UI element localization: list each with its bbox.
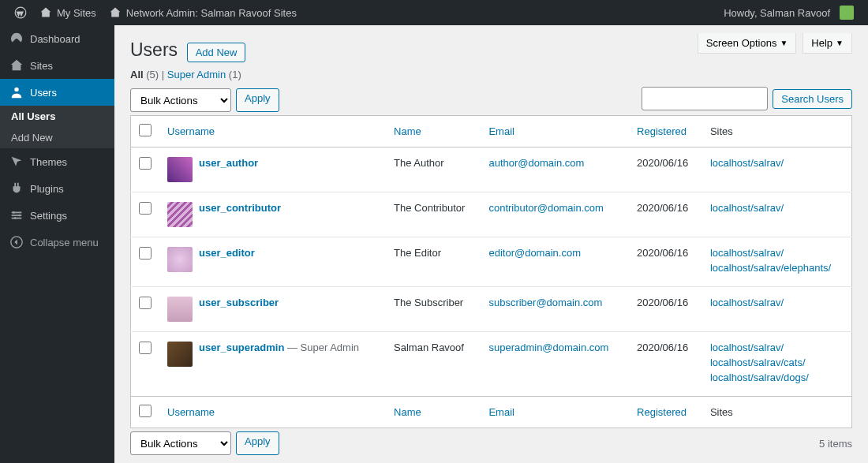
avatar [840,6,854,20]
sidebar-item-dashboard[interactable]: Dashboard [0,25,114,52]
col-name[interactable]: Name [394,406,421,418]
name-cell: Salman Ravoof [386,332,481,397]
howdy-label: Howdy, Salman Ravoof [724,7,830,19]
svg-point-6 [18,215,21,217]
email-link[interactable]: contributor@domain.com [488,202,603,214]
registered-cell: 2020/06/16 [629,287,702,332]
sidebar-item-plugins[interactable]: Plugins [0,175,114,202]
dashboard-icon [9,32,24,46]
admin-sidebar: Dashboard Sites Users All Users Add New … [0,25,114,463]
name-cell: The Editor [386,237,481,287]
table-row: user_contributor The Contributor contrib… [131,192,852,237]
registered-cell: 2020/06/16 [629,192,702,237]
row-checkbox[interactable] [139,247,152,260]
my-sites-label: My Sites [57,7,96,19]
col-username[interactable]: Username [167,406,215,418]
filter-all-label[interactable]: All [130,69,144,80]
screen-options-label: Screen Options [706,37,777,49]
username-link[interactable]: user_editor [199,247,255,259]
avatar [167,342,193,367]
plugins-icon [9,181,24,196]
col-sites: Sites [702,397,852,428]
chevron-down-icon: ▼ [836,39,844,47]
email-link[interactable]: subscriber@domain.com [488,297,602,308]
sidebar-item-settings[interactable]: Settings [0,202,114,229]
sidebar-item-sites[interactable]: Sites [0,52,114,79]
site-link[interactable]: localhost/salrav/ [710,202,844,214]
screen-options-button[interactable]: Screen Options ▼ [698,33,797,54]
search-users-button[interactable]: Search Users [773,89,852,109]
row-checkbox[interactable] [139,297,152,309]
apply-button-bottom[interactable]: Apply [236,431,279,455]
add-new-button[interactable]: Add New [187,43,246,62]
themes-icon [9,155,24,169]
row-checkbox[interactable] [139,202,152,215]
username-link[interactable]: user_author [199,157,258,169]
users-table: Username Name Email Registered Sites use… [130,115,852,428]
registered-cell: 2020/06/16 [629,237,702,287]
bulk-actions-select-bottom[interactable]: Bulk Actions [130,431,231,455]
registered-cell: 2020/06/16 [629,147,702,192]
sidebar-item-label: Plugins [30,183,64,195]
filter-super-count: (1) [229,69,241,80]
col-sites: Sites [702,116,852,147]
site-link[interactable]: localhost/salrav/ [710,247,844,259]
wp-logo[interactable] [8,0,33,25]
sidebar-item-themes[interactable]: Themes [0,148,114,175]
svg-point-5 [13,211,15,214]
sidebar-item-label: Sites [30,60,53,72]
sites-icon [9,58,24,73]
col-registered[interactable]: Registered [637,406,687,418]
col-username[interactable]: Username [167,125,215,137]
site-link[interactable]: localhost/salrav/ [710,342,844,353]
site-link[interactable]: localhost/salrav/elephants/ [710,262,844,274]
admin-bar: My Sites Network Admin: Salman Ravoof Si… [0,0,868,25]
name-cell: The Subscriber [386,287,481,332]
bulk-actions-select[interactable]: Bulk Actions [130,88,231,112]
sites-cell: localhost/salrav/ [702,287,852,332]
items-count-bottom: 5 items [819,438,852,450]
collapse-menu[interactable]: Collapse menu [0,229,114,256]
row-checkbox[interactable] [139,157,152,170]
page-title: Users [130,39,178,61]
table-row: user_subscriber The Subscriber subscribe… [131,287,852,332]
col-email[interactable]: Email [488,406,514,418]
sidebar-item-users[interactable]: Users [0,79,114,106]
site-link[interactable]: localhost/salrav/cats/ [710,357,844,368]
username-link[interactable]: user_superadmin [199,342,284,353]
filter-all-count: (5) [146,69,159,80]
site-name-link[interactable]: Network Admin: Salman Ravoof Sites [103,0,303,25]
name-cell: The Author [386,147,481,192]
search-input[interactable] [642,87,768,110]
help-button[interactable]: Help ▼ [803,33,852,54]
apply-button-top[interactable]: Apply [236,88,279,112]
col-name[interactable]: Name [394,125,421,137]
filter-super-admin[interactable]: Super Admin [167,69,226,80]
username-link[interactable]: user_contributor [199,202,281,214]
select-all-top[interactable] [139,124,152,136]
site-link[interactable]: localhost/salrav/ [710,297,844,308]
site-link[interactable]: localhost/salrav/ [710,157,844,169]
settings-icon [9,208,24,222]
table-row: user_editor The Editor editor@domain.com… [131,237,852,287]
site-link[interactable]: localhost/salrav/dogs/ [710,372,844,383]
svg-point-7 [14,217,17,219]
sidebar-subitem-add-new[interactable]: Add New [0,127,114,148]
sites-cell: localhost/salrav/localhost/salrav/cats/l… [702,332,852,397]
email-link[interactable]: author@domain.com [488,157,584,169]
select-all-bottom[interactable] [139,405,152,417]
table-row: user_author The Author author@domain.com… [131,147,852,192]
tablenav-bottom: Bulk Actions Apply 5 items [130,431,852,455]
username-link[interactable]: user_subscriber [199,297,279,308]
my-sites-link[interactable]: My Sites [33,0,103,25]
email-link[interactable]: editor@domain.com [488,247,581,259]
sites-cell: localhost/salrav/localhost/salrav/elepha… [702,237,852,287]
col-registered[interactable]: Registered [637,125,687,137]
row-checkbox[interactable] [139,342,152,354]
user-badge: — Super Admin [284,342,359,353]
howdy-link[interactable]: Howdy, Salman Ravoof [717,0,860,25]
col-email[interactable]: Email [488,125,514,137]
sidebar-subitem-all-users[interactable]: All Users [0,106,114,127]
main-content: Screen Options ▼ Help ▼ Users Add New Al… [114,25,868,463]
email-link[interactable]: superadmin@domain.com [488,342,608,353]
